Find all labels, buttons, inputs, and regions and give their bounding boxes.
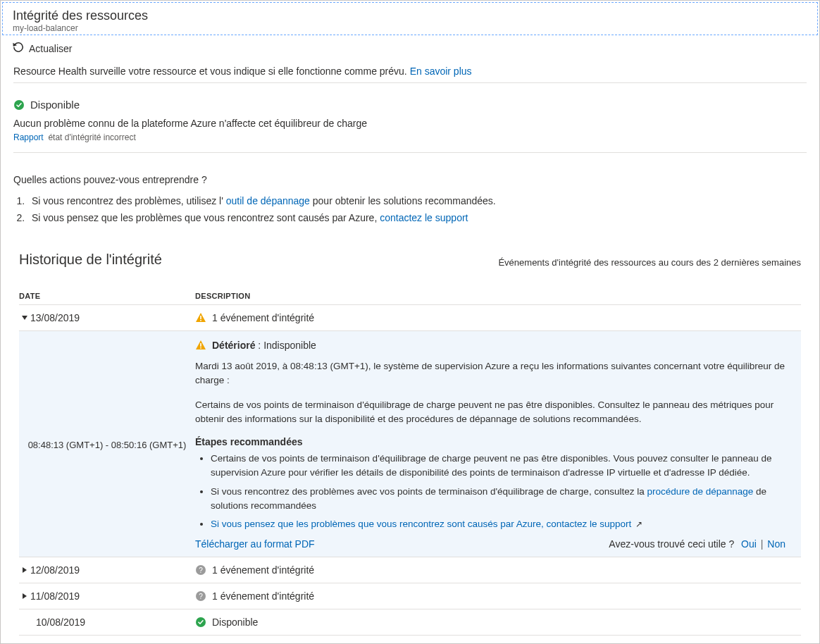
table-row[interactable]: 13/08/2019 1 événement d'intégrité [19, 305, 801, 331]
action-item: Si vous pensez que les problèmes que vou… [27, 212, 807, 223]
detail-status-bold: Détérioré [212, 340, 255, 351]
svg-text:?: ? [199, 593, 203, 600]
breadcrumb: my-load-balancer [13, 23, 807, 33]
step-item: Si vous pensez que les problèmes que vou… [211, 517, 787, 531]
svg-rect-4 [200, 347, 201, 349]
step-item: Si vous rencontrez des problèmes avec vo… [211, 485, 787, 514]
date-cell: 11/08/2019 [30, 590, 80, 602]
history-subtitle: Événements d'intégrité des ressources au… [498, 257, 801, 268]
external-link-icon: ↗ [635, 519, 642, 529]
history-title: Historique de l'intégrité [19, 252, 162, 268]
contact-support-link[interactable]: contactez le support [380, 212, 468, 223]
table-row[interactable]: 11/08/2019 ? 1 événement d'intégrité [19, 583, 801, 609]
desc-cell: 1 événement d'intégrité [212, 564, 314, 576]
date-cell: 12/08/2019 [30, 564, 80, 576]
feedback-no[interactable]: Non [767, 538, 785, 550]
actions-block: Quelles actions pouvez-vous entreprendre… [13, 174, 807, 223]
action-text: Si vous pensez que les problèmes que vou… [32, 212, 380, 223]
contact-support-link[interactable]: Si vous pensez que les problèmes que vou… [211, 519, 631, 529]
incorrect-report-link[interactable]: Rapport [13, 132, 44, 142]
feedback-yes[interactable]: Oui [741, 538, 757, 550]
date-cell: 10/08/2019 [36, 617, 85, 628]
feedback-prompt: Avez-vous trouvé ceci utile ? Oui | Non [609, 538, 787, 550]
actions-title: Quelles actions pouvez-vous entreprendre… [13, 174, 807, 185]
table-row[interactable]: 09/08/2019 ? 1 événement d'intégrité [19, 636, 801, 644]
date-cell: 13/08/2019 [30, 312, 80, 323]
step-text: Si vous rencontrez des problèmes avec vo… [211, 486, 647, 497]
chevron-right-icon [23, 593, 27, 599]
step-item: Certains de vos points de terminaison d'… [211, 452, 787, 481]
incorrect-report-text: état d'intégrité incorrect [48, 132, 135, 142]
step-text: Certains de vos points de terminaison d'… [211, 453, 772, 478]
svg-rect-3 [200, 343, 201, 347]
chevron-down-icon [22, 316, 27, 320]
col-date: DATE [19, 292, 195, 300]
status-message: Aucun problème connu de la plateforme Az… [13, 118, 807, 129]
refresh-button[interactable]: Actualiser [1, 37, 819, 63]
steps-title: Étapes recommandées [195, 436, 787, 447]
warning-icon [195, 340, 206, 351]
description-text: Resource Health surveille votre ressourc… [13, 63, 807, 83]
status-block: Disponible Aucun problème connu de la pl… [13, 99, 807, 153]
question-circle-icon: ? [195, 590, 206, 602]
table-row[interactable]: 10/08/2019 Disponible [19, 609, 801, 636]
refresh-icon [12, 41, 25, 56]
detail-status-tail: : Indisponible [255, 340, 316, 351]
table-row[interactable]: 12/08/2019 ? 1 événement d'intégrité [19, 557, 801, 583]
useful-text: Avez-vous trouvé ceci utile ? [609, 538, 734, 550]
page-header: Intégrité des ressources my-load-balance… [2, 2, 818, 35]
warning-icon [195, 312, 206, 323]
separator: | [761, 538, 766, 550]
download-pdf-link[interactable]: Télécharger au format PDF [195, 538, 315, 550]
action-text: Si vous rencontrez des problèmes, utilis… [32, 195, 226, 206]
status-label: Disponible [30, 99, 80, 111]
event-detail: 08:48:13 (GMT+1) - 08:50:16 (GMT+1) Dété… [19, 331, 801, 557]
action-item: Si vous rencontrez des problèmes, utilis… [27, 195, 807, 206]
svg-rect-1 [200, 316, 201, 319]
svg-rect-2 [200, 320, 201, 321]
check-circle-icon [195, 617, 206, 628]
col-description: DESCRIPTION [195, 292, 801, 300]
page-title: Intégrité des ressources [13, 8, 807, 23]
troubleshoot-link[interactable]: outil de dépannage [226, 195, 310, 206]
question-circle-icon: ? [195, 564, 206, 576]
desc-cell: Disponible [212, 617, 258, 628]
action-text: pour obtenir les solutions recommandées. [313, 195, 496, 206]
troubleshoot-procedure-link[interactable]: procédure de dépannage [647, 486, 753, 497]
detail-paragraph: Certains de vos points de terminaison d'… [195, 398, 787, 427]
description-static: Resource Health surveille votre ressourc… [13, 66, 410, 77]
refresh-label: Actualiser [29, 43, 72, 54]
history-table: DATE DESCRIPTION 13/08/2019 1 événement … [13, 287, 807, 644]
time-range: 08:48:13 (GMT+1) - 08:50:16 (GMT+1) [19, 340, 195, 550]
detail-paragraph: Mardi 13 août 2019, à 08:48:13 (GMT+1), … [195, 359, 787, 388]
svg-text:?: ? [199, 566, 203, 574]
learn-more-link[interactable]: En savoir plus [410, 66, 472, 77]
check-circle-icon [13, 99, 25, 111]
desc-cell: 1 événement d'intégrité [212, 312, 314, 323]
desc-cell: 1 événement d'intégrité [212, 590, 314, 602]
chevron-right-icon [23, 567, 27, 573]
